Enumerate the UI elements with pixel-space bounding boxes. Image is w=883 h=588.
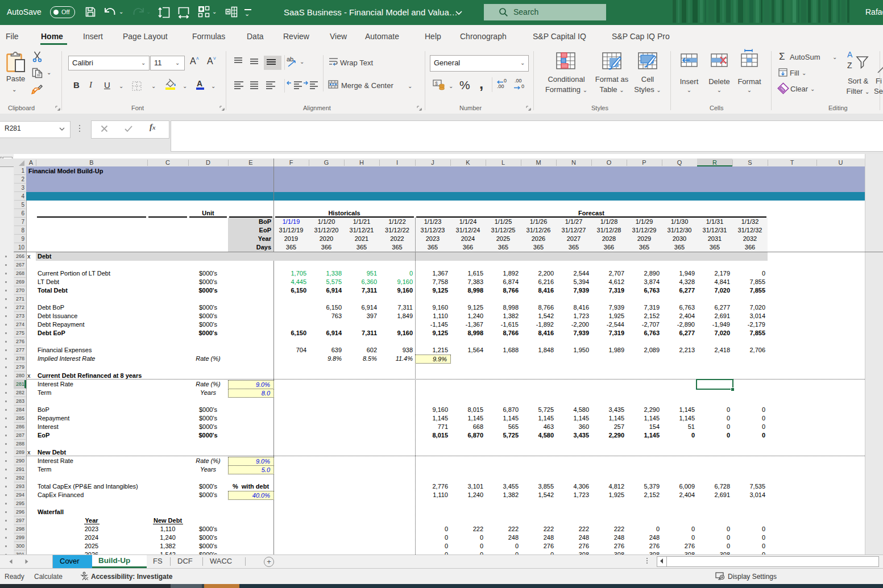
svg-text:$: $ [435, 81, 438, 86]
